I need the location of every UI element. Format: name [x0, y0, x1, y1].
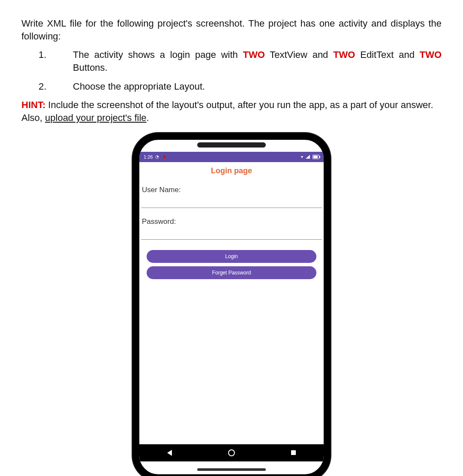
phone-speaker — [197, 142, 266, 148]
app-screen: Login page User Name: Password: Login Fo… — [139, 166, 324, 279]
password-input[interactable] — [141, 227, 322, 240]
status-bar: 1:26 ◔ 🐞 ▾ — [139, 152, 324, 162]
phone-mockup: 1:26 ◔ 🐞 ▾ Login page User Name: Passwor… — [132, 133, 331, 476]
list-item-1: 1. The activity shows a login page with … — [39, 48, 442, 74]
list-number: 1. — [39, 48, 73, 74]
recents-icon[interactable] — [291, 450, 296, 455]
list-body-1: The activity shows a login page with TWO… — [73, 48, 442, 74]
emphasis-two: TWO — [420, 49, 442, 60]
signal-icon — [306, 155, 310, 159]
list-number: 2. — [39, 80, 73, 93]
hint-underline: upload your project's file — [45, 112, 147, 123]
android-navbar — [139, 444, 324, 461]
back-icon[interactable] — [167, 450, 172, 456]
status-time: 1:26 — [144, 154, 153, 160]
forgot-password-button[interactable]: Forget Password — [147, 266, 317, 279]
list-body-2: Choose the appropriate Layout. — [73, 80, 442, 93]
text: EditText and — [355, 49, 419, 60]
text: TextView and — [265, 49, 333, 60]
intro-text: Write XML file for the following project… — [21, 17, 442, 42]
status-mute-icon: ▾ — [301, 154, 303, 159]
password-label: Password: — [141, 217, 322, 226]
username-input[interactable] — [141, 195, 322, 208]
list-item-2: 2. Choose the appropriate Layout. — [39, 80, 442, 93]
hint-paragraph: HINT: Include the screenshot of the layo… — [21, 99, 442, 124]
text: The activity shows a login page with — [73, 49, 243, 60]
battery-icon — [313, 155, 319, 159]
hint-period: . — [147, 112, 149, 123]
emphasis-two: TWO — [243, 49, 265, 60]
hint-label: HINT: — [21, 99, 45, 110]
status-clock-icon: ◔ — [155, 154, 159, 159]
home-icon[interactable] — [228, 449, 235, 456]
phone-chin — [197, 468, 266, 471]
login-button[interactable]: Login — [147, 250, 317, 263]
ordered-list: 1. The activity shows a login page with … — [39, 48, 442, 93]
username-label: User Name: — [141, 186, 322, 194]
status-debug-icon: 🐞 — [162, 154, 167, 159]
app-title: Login page — [141, 166, 322, 175]
text: Buttons. — [73, 62, 108, 73]
emphasis-two: TWO — [333, 49, 355, 60]
